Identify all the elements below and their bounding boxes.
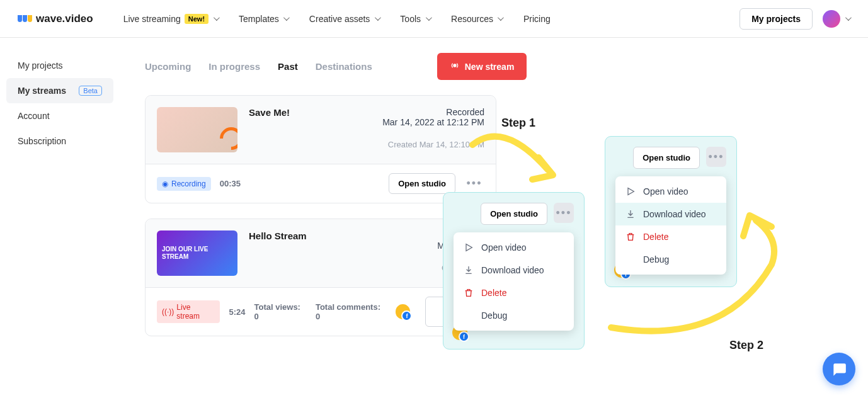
stream-thumbnail[interactable] — [157, 107, 237, 152]
views-stat: Total views: 0 — [254, 302, 307, 321]
chat-icon — [831, 361, 847, 377]
stream-title: Save Me! — [249, 107, 371, 118]
menu-item-label: Open video — [481, 242, 527, 253]
chevron-down-icon — [283, 16, 289, 22]
nav-label: Live streaming — [123, 14, 181, 24]
menu-item-label: Download video — [643, 209, 706, 219]
nav-pricing[interactable]: Pricing — [523, 14, 551, 24]
sidebar-item-label: Account — [18, 111, 50, 121]
open-studio-button[interactable]: Open studio — [633, 147, 700, 169]
open-studio-button[interactable]: Open studio — [389, 173, 455, 194]
svg-marker-2 — [628, 188, 634, 195]
menu-item-label: Download video — [481, 265, 544, 275]
brand-logo[interactable]: wave.video — [18, 13, 93, 25]
badge-label: Live stream — [176, 303, 215, 321]
nav-creative-assets[interactable]: Creative assets — [309, 14, 380, 24]
svg-point-0 — [454, 64, 456, 67]
menu-item-label: Delete — [481, 288, 506, 298]
open-studio-button[interactable]: Open studio — [481, 203, 547, 225]
beta-badge: Beta — [79, 86, 102, 96]
menu-item-label: Debug — [481, 310, 507, 321]
nav-label: Templates — [239, 14, 279, 24]
sidebar: My projects My streams Beta Account Subs… — [0, 38, 120, 169]
menu-item-delete[interactable]: Delete — [615, 225, 726, 248]
tab-past[interactable]: Past — [278, 61, 298, 72]
facebook-destination-icon — [396, 304, 411, 319]
duration: 5:24 — [229, 307, 245, 317]
comments-stat: Total comments: 0 — [316, 302, 387, 321]
recording-badge: ◉ Recording — [157, 177, 211, 191]
sidebar-item-label: My streams — [18, 86, 66, 96]
more-actions-button[interactable]: ••• — [554, 203, 574, 223]
button-label: New stream — [465, 62, 515, 72]
header: wave.video Live streaming New! Templates… — [0, 0, 868, 38]
trash-icon — [625, 232, 636, 242]
menu-item-debug[interactable]: Debug — [615, 248, 726, 271]
more-actions-button[interactable]: ••• — [706, 147, 726, 167]
chevron-down-icon — [844, 16, 850, 22]
download-icon — [625, 209, 636, 219]
stream-status: Recorded — [382, 107, 484, 117]
badge-label: Recording — [171, 179, 206, 188]
stream-title: Hello Stream — [249, 230, 426, 241]
new-badge: New! — [185, 14, 208, 24]
brand-text: wave.video — [36, 13, 93, 25]
menu-item-label: Open video — [643, 186, 688, 196]
download-icon — [464, 265, 474, 275]
sidebar-item-subscription[interactable]: Subscription — [6, 128, 113, 154]
chevron-down-icon — [425, 16, 431, 22]
svg-marker-1 — [466, 244, 472, 251]
nav-tools[interactable]: Tools — [400, 14, 431, 24]
menu-item-download-video[interactable]: Download video — [454, 259, 574, 281]
play-icon — [625, 186, 636, 196]
chevron-down-icon — [497, 16, 503, 22]
chevron-down-icon — [212, 16, 219, 22]
top-nav: Live streaming New! Templates Creative a… — [123, 14, 740, 24]
menu-item-debug[interactable]: Debug — [454, 304, 574, 327]
sidebar-item-my-streams[interactable]: My streams Beta — [6, 78, 113, 103]
sidebar-item-label: Subscription — [18, 136, 66, 146]
menu-item-open-video[interactable]: Open video — [615, 180, 726, 203]
logo-icon — [18, 15, 32, 22]
menu-item-delete[interactable]: Delete — [454, 281, 574, 304]
context-menu: Open video Download video Delete Debug — [615, 176, 726, 275]
nav-label: Pricing — [523, 14, 551, 24]
thumbnail-text: JOIN OUR LIVE STREAM — [162, 246, 232, 261]
stream-thumbnail[interactable]: JOIN OUR LIVE STREAM — [157, 230, 237, 276]
user-menu[interactable] — [823, 10, 850, 28]
stream-card: Save Me! Recorded Mar 14, 2022 at 12:12 … — [145, 95, 496, 203]
menu-item-download-video[interactable]: Download video — [615, 203, 726, 225]
annotation-popup-step2: Open studio ••• Open video Download vide… — [605, 136, 737, 287]
tab-upcoming[interactable]: Upcoming — [145, 61, 191, 72]
nav-label: Creative assets — [309, 14, 370, 24]
record-icon: ◉ — [162, 179, 168, 188]
sidebar-item-my-projects[interactable]: My projects — [6, 53, 113, 78]
context-menu: Open video Download video Delete Debug — [454, 232, 574, 331]
sidebar-item-account[interactable]: Account — [6, 103, 113, 128]
menu-item-label: Delete — [643, 232, 668, 242]
tab-destinations[interactable]: Destinations — [316, 61, 372, 72]
tab-in-progress[interactable]: In progress — [208, 61, 260, 72]
card-top: Save Me! Recorded Mar 14, 2022 at 12:12 … — [146, 96, 496, 164]
sidebar-item-label: My projects — [18, 60, 63, 71]
nav-resources[interactable]: Resources — [451, 14, 503, 24]
live-badge: ((·)) Live stream — [157, 300, 220, 323]
chevron-down-icon — [374, 16, 380, 22]
my-projects-button[interactable]: My projects — [740, 8, 813, 30]
broadcast-icon: ((·)) — [162, 307, 174, 316]
nav-live-streaming[interactable]: Live streaming New! — [123, 14, 219, 24]
new-stream-button[interactable]: New stream — [437, 53, 527, 80]
spacer-icon — [625, 254, 636, 264]
annotation-popup-step1: Open studio ••• Open video Download vide… — [443, 192, 585, 350]
avatar — [823, 10, 840, 28]
nav-templates[interactable]: Templates — [239, 14, 289, 24]
nav-label: Resources — [451, 14, 493, 24]
duration: 00:35 — [220, 179, 241, 188]
spacer-icon — [464, 310, 474, 321]
nav-label: Tools — [400, 14, 421, 24]
broadcast-icon — [450, 60, 460, 72]
chat-support-button[interactable] — [823, 353, 855, 385]
menu-item-label: Debug — [643, 254, 669, 264]
menu-item-open-video[interactable]: Open video — [454, 236, 574, 259]
play-icon — [464, 242, 474, 253]
